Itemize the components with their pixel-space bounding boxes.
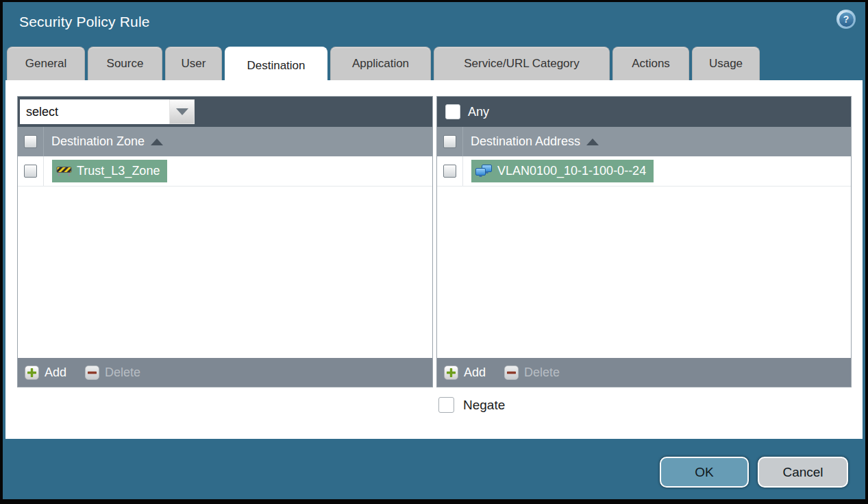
help-icon: ? — [839, 12, 854, 27]
zone-delete-label: Delete — [105, 365, 140, 380]
zone-delete-button[interactable]: Delete — [85, 365, 140, 380]
dropdown-arrow-icon — [176, 108, 188, 115]
address-delete-label: Delete — [524, 365, 560, 380]
tab-usage[interactable]: Usage — [692, 47, 760, 80]
plus-icon — [444, 365, 458, 380]
sort-ascending-icon[interactable] — [151, 139, 163, 145]
tab-general[interactable]: General — [7, 47, 85, 80]
tab-source[interactable]: Source — [88, 47, 162, 80]
tab-destination[interactable]: Destination — [225, 47, 327, 84]
address-column-label[interactable]: Destination Address — [471, 134, 580, 149]
table-row[interactable]: VLAN0100_10-1-100-0--24 — [437, 156, 851, 187]
table-row[interactable]: Trust_L3_Zone — [18, 156, 432, 187]
tab-strip: General Source User Destination Applicat… — [7, 47, 760, 80]
address-toolbar: Any — [437, 97, 851, 127]
tab-service-url-category[interactable]: Service/URL Category — [434, 47, 610, 80]
zone-footer-bar: Add Delete — [18, 358, 432, 387]
zone-select-dropdown-button[interactable] — [169, 99, 195, 124]
destination-zone-panel: Destination Zone — [17, 96, 433, 387]
zone-add-label: Add — [45, 365, 66, 380]
zone-select-all-checkbox[interactable] — [24, 135, 37, 148]
any-label: Any — [468, 105, 489, 119]
plus-icon — [25, 365, 39, 380]
title-bar: Security Policy Rule ? — [3, 2, 865, 45]
address-select-all-checkbox[interactable] — [443, 135, 456, 148]
zone-toolbar — [18, 97, 432, 127]
address-column-header: Destination Address — [437, 127, 851, 156]
tab-actions[interactable]: Actions — [612, 47, 689, 80]
address-row-checkbox[interactable] — [443, 165, 456, 178]
zone-row-checkbox[interactable] — [24, 165, 37, 178]
tab-application[interactable]: Application — [330, 47, 431, 80]
zone-select-all-cell — [18, 127, 44, 156]
address-add-button[interactable]: Add — [444, 365, 486, 380]
zone-select-combo — [20, 99, 195, 124]
destination-tab-content: Destination Zone — [5, 80, 863, 439]
negate-checkbox[interactable] — [438, 397, 454, 413]
address-select-all-cell — [437, 127, 463, 156]
negate-label: Negate — [463, 398, 505, 413]
address-row-checkbox-cell — [437, 156, 463, 186]
security-policy-rule-dialog: Security Policy Rule ? General Source Us… — [0, 0, 868, 504]
minus-icon — [85, 365, 99, 380]
zone-add-button[interactable]: Add — [25, 365, 66, 380]
zone-select-input[interactable] — [20, 99, 169, 124]
any-checkbox[interactable] — [445, 104, 460, 119]
tab-user[interactable]: User — [165, 47, 222, 80]
address-footer-bar: Add Delete — [437, 358, 851, 387]
zone-icon — [56, 165, 72, 177]
cancel-button[interactable]: Cancel — [758, 457, 848, 488]
negate-toggle[interactable]: Negate — [438, 397, 505, 413]
minus-icon — [504, 365, 519, 380]
address-name: VLAN0100_10-1-100-0--24 — [497, 164, 646, 178]
help-button[interactable]: ? — [836, 10, 856, 29]
any-toggle[interactable]: Any — [445, 104, 489, 119]
destination-address-panel: Any Destination Address — [436, 96, 852, 387]
zone-column-header: Destination Zone — [18, 127, 432, 156]
address-add-label: Add — [464, 365, 486, 380]
zone-name: Trust_L3_Zone — [77, 164, 160, 178]
zone-column-label[interactable]: Destination Zone — [51, 134, 145, 149]
zone-row-checkbox-cell — [18, 156, 44, 186]
zone-row-list: Trust_L3_Zone — [18, 156, 432, 358]
ok-button[interactable]: OK — [660, 457, 749, 488]
sort-ascending-icon[interactable] — [586, 139, 599, 145]
address-row-list: VLAN0100_10-1-100-0--24 — [437, 156, 851, 358]
network-address-icon — [475, 165, 493, 178]
address-chip[interactable]: VLAN0100_10-1-100-0--24 — [471, 160, 654, 182]
dialog-title: Security Policy Rule — [19, 14, 150, 30]
address-delete-button[interactable]: Delete — [504, 365, 560, 380]
zone-chip[interactable]: Trust_L3_Zone — [52, 160, 167, 182]
